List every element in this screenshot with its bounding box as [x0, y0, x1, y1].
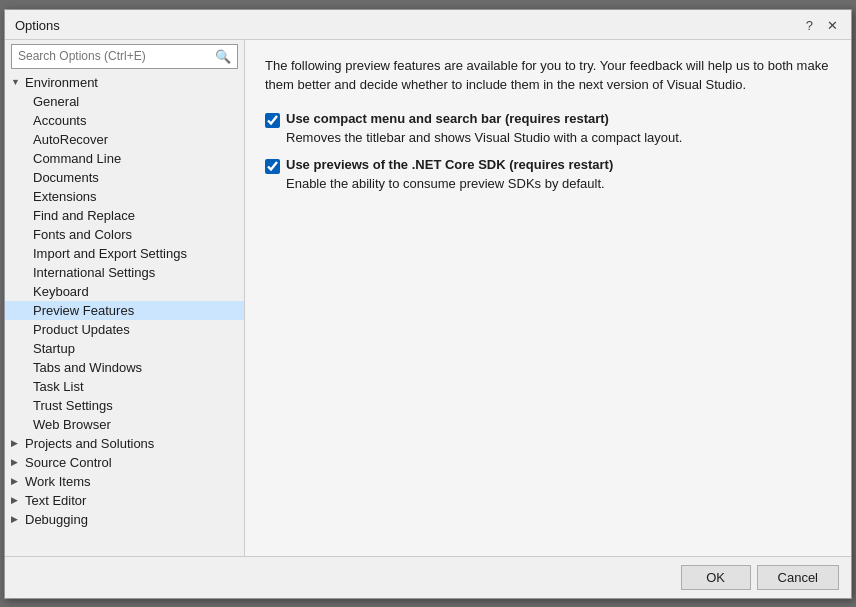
tree-label-command-line: Command Line	[33, 151, 121, 166]
search-icon: 🔍	[215, 49, 231, 64]
close-button[interactable]: ✕	[822, 16, 843, 35]
left-panel: 🔍 ▼ Environment General Accounts AutoRec…	[5, 40, 245, 556]
tree-area: ▼ Environment General Accounts AutoRecov…	[5, 73, 244, 556]
tree-label-preview-features: Preview Features	[33, 303, 134, 318]
tree-node-source-control[interactable]: ▶ Source Control	[5, 453, 244, 472]
tree-node-web-browser[interactable]: Web Browser	[5, 415, 244, 434]
tree-label-text-editor: Text Editor	[25, 493, 86, 508]
expand-icon-work-items: ▶	[11, 476, 25, 486]
tree-label-keyboard: Keyboard	[33, 284, 89, 299]
tree-node-text-editor[interactable]: ▶ Text Editor	[5, 491, 244, 510]
expand-icon-projects: ▶	[11, 438, 25, 448]
tree-node-projects-solutions[interactable]: ▶ Projects and Solutions	[5, 434, 244, 453]
tree-node-general[interactable]: General	[5, 92, 244, 111]
tree-label-trust-settings: Trust Settings	[33, 398, 113, 413]
content-description: The following preview features are avail…	[265, 56, 831, 95]
tree-node-task-list[interactable]: Task List	[5, 377, 244, 396]
title-bar-controls: ? ✕	[801, 16, 843, 35]
tree-label-debugging: Debugging	[25, 512, 88, 527]
tree-label-source-control: Source Control	[25, 455, 112, 470]
tree-node-fonts-colors[interactable]: Fonts and Colors	[5, 225, 244, 244]
tree-node-find-replace[interactable]: Find and Replace	[5, 206, 244, 225]
tree-node-environment[interactable]: ▼ Environment	[5, 73, 244, 92]
tree-node-command-line[interactable]: Command Line	[5, 149, 244, 168]
feature-desc-compact-menu: Removes the titlebar and shows Visual St…	[286, 130, 831, 145]
tree-label-web-browser: Web Browser	[33, 417, 111, 432]
expand-icon-source-control: ▶	[11, 457, 25, 467]
tree-label-autorecover: AutoRecover	[33, 132, 108, 147]
tree-label-environment: Environment	[25, 75, 98, 90]
tree-label-extensions: Extensions	[33, 189, 97, 204]
dialog-footer: OK Cancel	[5, 556, 851, 598]
dialog-body: 🔍 ▼ Environment General Accounts AutoRec…	[5, 40, 851, 556]
tree-node-documents[interactable]: Documents	[5, 168, 244, 187]
search-container[interactable]: 🔍	[11, 44, 238, 69]
checkbox-dotnet-sdk[interactable]	[265, 159, 280, 174]
feature-desc-dotnet-sdk: Enable the ability to consume preview SD…	[286, 176, 831, 191]
tree-node-preview-features[interactable]: Preview Features	[5, 301, 244, 320]
help-button[interactable]: ?	[801, 16, 818, 35]
tree-label-startup: Startup	[33, 341, 75, 356]
collapse-icon: ▼	[11, 77, 25, 87]
feature-title-row-compact-menu: Use compact menu and search bar (require…	[265, 111, 831, 128]
tree-node-extensions[interactable]: Extensions	[5, 187, 244, 206]
tree-label-international: International Settings	[33, 265, 155, 280]
tree-node-international[interactable]: International Settings	[5, 263, 244, 282]
tree-node-import-export[interactable]: Import and Export Settings	[5, 244, 244, 263]
feature-title-row-dotnet-sdk: Use previews of the .NET Core SDK (requi…	[265, 157, 831, 174]
tree-label-fonts-colors: Fonts and Colors	[33, 227, 132, 242]
cancel-button[interactable]: Cancel	[757, 565, 839, 590]
tree-label-tabs-windows: Tabs and Windows	[33, 360, 142, 375]
tree-label-work-items: Work Items	[25, 474, 91, 489]
tree-node-tabs-windows[interactable]: Tabs and Windows	[5, 358, 244, 377]
tree-label-projects-solutions: Projects and Solutions	[25, 436, 154, 451]
tree-node-trust-settings[interactable]: Trust Settings	[5, 396, 244, 415]
dialog-title: Options	[15, 18, 60, 33]
tree-label-product-updates: Product Updates	[33, 322, 130, 337]
checkbox-compact-menu[interactable]	[265, 113, 280, 128]
tree-node-debugging[interactable]: ▶ Debugging	[5, 510, 244, 529]
tree-node-keyboard[interactable]: Keyboard	[5, 282, 244, 301]
feature-title-dotnet-sdk: Use previews of the .NET Core SDK (requi…	[286, 157, 613, 172]
tree-node-autorecover[interactable]: AutoRecover	[5, 130, 244, 149]
tree-node-work-items[interactable]: ▶ Work Items	[5, 472, 244, 491]
right-panel: The following preview features are avail…	[245, 40, 851, 556]
tree-label-task-list: Task List	[33, 379, 84, 394]
ok-button[interactable]: OK	[681, 565, 751, 590]
title-bar: Options ? ✕	[5, 10, 851, 40]
search-input[interactable]	[18, 49, 215, 63]
tree-label-documents: Documents	[33, 170, 99, 185]
tree-label-general: General	[33, 94, 79, 109]
tree-label-accounts: Accounts	[33, 113, 86, 128]
tree-label-import-export: Import and Export Settings	[33, 246, 187, 261]
tree-label-find-replace: Find and Replace	[33, 208, 135, 223]
expand-icon-text-editor: ▶	[11, 495, 25, 505]
feature-title-compact-menu: Use compact menu and search bar (require…	[286, 111, 609, 126]
tree-node-product-updates[interactable]: Product Updates	[5, 320, 244, 339]
tree-node-accounts[interactable]: Accounts	[5, 111, 244, 130]
options-dialog: Options ? ✕ 🔍 ▼ Environment General	[4, 9, 852, 599]
feature-item-dotnet-sdk: Use previews of the .NET Core SDK (requi…	[265, 157, 831, 191]
expand-icon-debugging: ▶	[11, 514, 25, 524]
tree-node-startup[interactable]: Startup	[5, 339, 244, 358]
feature-item-compact-menu: Use compact menu and search bar (require…	[265, 111, 831, 145]
